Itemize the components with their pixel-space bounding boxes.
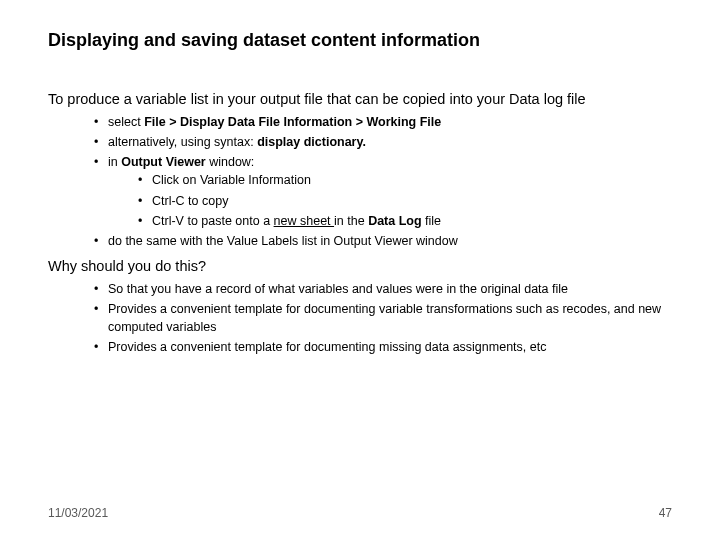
text-bold: Output Viewer [121,155,209,169]
text-bold: File > Display Data File Information > W… [144,115,441,129]
text: alternatively, using syntax: [108,135,257,149]
text: Ctrl-V to paste onto a [152,214,274,228]
list-item: alternatively, using syntax: display dic… [94,133,672,151]
list-item: Ctrl-C to copy [138,192,672,210]
bullet-list-1: select File > Display Data File Informat… [48,113,672,250]
list-item: Click on Variable Information [138,171,672,189]
list-item: in Output Viewer window: Click on Variab… [94,153,672,230]
list-item: So that you have a record of what variab… [94,280,672,298]
text: file [425,214,441,228]
list-item: Ctrl-V to paste onto a new sheet in the … [138,212,672,230]
text-bold: display dictionary. [257,135,366,149]
text-bold: Data Log [368,214,425,228]
list-item: do the same with the Value Labels list i… [94,232,672,250]
footer-page-number: 47 [659,506,672,520]
text: in the [334,214,368,228]
bullet-list-2: So that you have a record of what variab… [48,280,672,357]
list-item: Provides a convenient template for docum… [94,300,672,336]
page-title: Displaying and saving dataset content in… [48,30,672,51]
text-underline: new sheet [274,214,334,228]
bullet-list-nested: Click on Variable Information Ctrl-C to … [108,171,672,229]
text: in [108,155,121,169]
text: window: [209,155,254,169]
text: select [108,115,144,129]
footer-date: 11/03/2021 [48,506,108,520]
slide: Displaying and saving dataset content in… [0,0,720,540]
list-item: select File > Display Data File Informat… [94,113,672,131]
list-item: Provides a convenient template for docum… [94,338,672,356]
question-heading: Why should you do this? [48,258,672,274]
lead-paragraph: To produce a variable list in your outpu… [48,91,672,107]
